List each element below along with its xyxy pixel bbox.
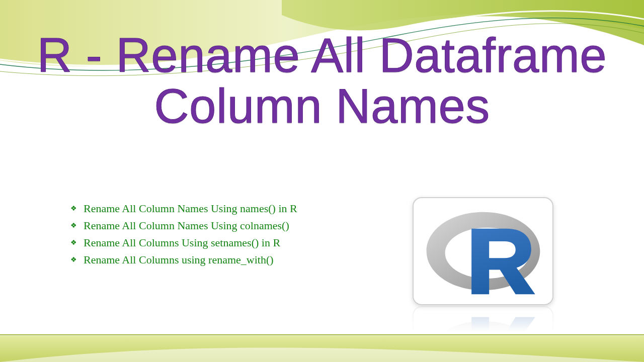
bullet-icon <box>70 239 77 246</box>
title-line-2: Column Names <box>154 79 490 133</box>
list-item: Rename All Columns Using setnames() in R <box>70 234 392 251</box>
bullet-list: Rename All Column Names Using names() in… <box>70 200 392 268</box>
list-item: Rename All Column Names Using names() in… <box>70 200 392 217</box>
title-line-1: R - Rename All Dataframe <box>37 28 607 82</box>
bullet-text: Rename All Columns Using setnames() in R <box>84 234 280 251</box>
bullet-icon <box>70 256 77 263</box>
list-item: Rename All Column Names Using colnames() <box>70 217 392 234</box>
bottom-swoosh-decoration <box>0 332 644 362</box>
slide-title: R - Rename All Dataframe Column Names <box>0 30 644 132</box>
r-logo-card <box>413 197 553 305</box>
bullet-text: Rename All Column Names Using colnames() <box>84 217 289 234</box>
bullet-icon <box>70 222 77 229</box>
bullet-text: Rename All Columns using rename_with() <box>84 251 274 268</box>
svg-rect-1 <box>0 334 644 335</box>
r-logo-icon <box>424 206 542 297</box>
slide: R - Rename All Dataframe Column Names Re… <box>0 0 644 362</box>
bullet-icon <box>70 205 77 212</box>
bullet-text: Rename All Column Names Using names() in… <box>84 200 297 217</box>
list-item: Rename All Columns using rename_with() <box>70 251 392 268</box>
